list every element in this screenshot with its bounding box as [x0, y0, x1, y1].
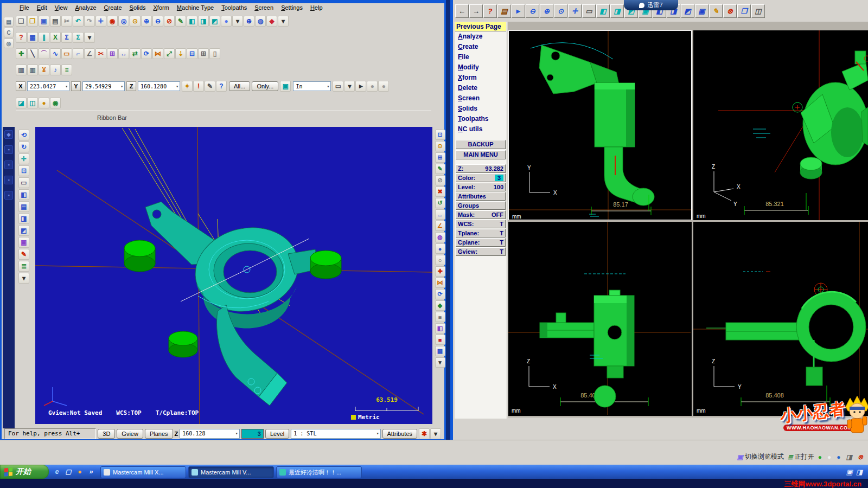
menu-item[interactable]: Toolpaths	[218, 4, 251, 13]
levels-icon[interactable]: ⊟	[187, 48, 197, 59]
analyze-distance-icon[interactable]: ↔	[435, 209, 445, 220]
menu-item[interactable]: File	[16, 4, 33, 13]
volume-icon[interactable]: ◨	[846, 453, 854, 461]
shading-caret-icon[interactable]: ▾	[232, 16, 243, 27]
shading-icon[interactable]: ●	[221, 16, 232, 27]
level-combo[interactable]: 1 : STL▾	[291, 429, 380, 439]
v9-menu-item[interactable]: File	[455, 52, 506, 62]
zoom-selected-icon[interactable]: ⊙	[435, 141, 445, 151]
shade-on-icon[interactable]: ●	[435, 243, 445, 254]
zoom-out-icon[interactable]: ⊖	[526, 4, 539, 18]
show-desktop-icon[interactable]: ▢	[63, 467, 73, 477]
create-spline-icon[interactable]: ∿	[50, 48, 61, 59]
select-box-icon[interactable]: ▭	[582, 4, 596, 18]
main-menu-button[interactable]: MAIN MENU	[456, 150, 506, 159]
menu-item[interactable]: Help	[307, 4, 327, 13]
v9-menu-item[interactable]: Create	[455, 42, 506, 52]
blank-entity-icon[interactable]: ⊘	[435, 175, 445, 185]
sigma-icon[interactable]: Σ	[61, 32, 72, 43]
control-def-icon[interactable]: ▥	[27, 65, 38, 75]
v9-status-item[interactable]: Color: 3	[456, 174, 506, 182]
v9-menu-item[interactable]: Toolpaths	[455, 114, 506, 124]
menu-item[interactable]: Machine Type	[173, 4, 218, 13]
delete-icon[interactable]: ⊗	[723, 4, 737, 18]
world-icon[interactable]: ⊕	[244, 16, 254, 27]
delete-entity-icon[interactable]: ✖	[435, 187, 445, 197]
gview-button[interactable]: Gview	[117, 429, 143, 439]
start-button[interactable]: 开始	[0, 465, 49, 479]
in-select-dropdown[interactable]: In▾	[293, 81, 331, 91]
ok-icon[interactable]: ◉	[50, 98, 61, 108]
menu-item[interactable]: Edit	[33, 4, 51, 13]
menu-item[interactable]: Create	[100, 4, 126, 13]
v9-status-item[interactable]: Attributes	[456, 192, 506, 201]
menu-item[interactable]: Solids	[126, 4, 150, 13]
create-line-icon[interactable]: ╲	[27, 48, 38, 59]
dock-side-icon[interactable]: ◆	[4, 130, 13, 139]
analyze-area-icon[interactable]: ◍	[435, 232, 445, 242]
player-icon[interactable]: ●	[75, 467, 85, 477]
zoom-window-icon[interactable]: ◎	[118, 16, 129, 27]
dock-disc-icon[interactable]: ◎	[4, 38, 14, 48]
z-depth-combo[interactable]: 160.128▾	[180, 429, 239, 439]
help-icon[interactable]: ?	[16, 32, 27, 43]
task-mastercam-v[interactable]: Mastercam Mill V...	[188, 466, 274, 478]
dock-side-icon[interactable]: ▪	[4, 160, 13, 169]
gview-top-icon[interactable]: ◧	[596, 4, 610, 18]
taskbar-desktop-icon[interactable]: ◨	[856, 468, 863, 476]
v9-status-item[interactable]: Gview: T	[456, 247, 506, 256]
world-sphere-icon[interactable]: ●	[39, 98, 49, 108]
menu-item[interactable]: Settings	[277, 4, 307, 13]
undelete-icon[interactable]: ↺	[435, 198, 445, 208]
note-icon[interactable]: ▯	[209, 48, 220, 59]
views-caret-icon[interactable]: ▾	[18, 273, 29, 284]
dock-side-icon[interactable]: ▪	[4, 191, 13, 200]
levels-list-icon[interactable]: ≣	[18, 261, 29, 272]
window-select-icon[interactable]: ▭	[333, 81, 343, 92]
v9-status-item[interactable]: Z: 93.282	[456, 164, 506, 173]
ie-open-icon[interactable]: ≣ 正打开	[788, 452, 814, 461]
window-select-caret-icon[interactable]: ▾	[344, 81, 355, 92]
previous-page-button[interactable]: Previous Page	[455, 22, 506, 31]
v9-status-item[interactable]: WCS: T	[456, 220, 506, 228]
mru-caret-icon[interactable]: ▾	[430, 428, 441, 439]
list-icon[interactable]: ≡	[61, 65, 72, 75]
sort-icon[interactable]: ⇣	[175, 48, 186, 59]
forward-arrow-icon[interactable]: →	[469, 4, 483, 18]
select-all-circle-icon[interactable]: ●	[367, 81, 378, 92]
side-view-icon[interactable]: ◨	[18, 213, 29, 224]
grid-icon[interactable]: ▦	[27, 32, 38, 43]
v9-menu-item[interactable]: Analyze	[455, 31, 506, 42]
v9-status-item[interactable]: Level: 100	[456, 183, 506, 191]
more-icon[interactable]: »	[86, 467, 96, 477]
toggle-icon[interactable]: ◆	[266, 16, 277, 27]
repaint-screen-icon[interactable]: ✎	[435, 164, 445, 174]
redraw-icon[interactable]: ✎	[18, 249, 29, 260]
backup-button[interactable]: BACKUP	[456, 140, 506, 149]
task-mastercam-x[interactable]: Mastercam Mill X...	[100, 466, 186, 478]
rotate-entity-icon[interactable]: ⟳	[435, 289, 445, 299]
undo-icon[interactable]: ↶	[73, 16, 84, 27]
fastpoint-icon[interactable]: ✦	[182, 81, 193, 92]
y-caret-icon[interactable]: ▾	[120, 84, 123, 89]
open-file-icon[interactable]: ❐	[27, 16, 38, 27]
sphere-icon[interactable]: ◍	[255, 16, 266, 27]
save-icon[interactable]: ▣	[39, 16, 49, 27]
v9-menu-item[interactable]: Modify	[455, 62, 506, 73]
v9-menu-item[interactable]: Screen	[455, 93, 506, 104]
create-rect-icon[interactable]: ▭	[61, 48, 72, 59]
wcs-cube-icon[interactable]: ◩	[209, 16, 220, 27]
create-chamfer-icon[interactable]: ∠	[84, 48, 95, 59]
task-chat[interactable]: 最近好冷清啊！！...	[276, 466, 362, 478]
screen-config-icon[interactable]: ❐	[737, 4, 751, 18]
status-dot-blue-icon[interactable]: ●	[837, 453, 842, 461]
analyze-angle-icon[interactable]: ∠	[435, 221, 445, 231]
z-coordinate-input[interactable]: 160.1280▾	[138, 81, 180, 91]
color-swatch-icon[interactable]: ■	[435, 335, 445, 345]
music-icon[interactable]: ♪	[50, 65, 61, 75]
select-cube-icon[interactable]: ▣	[280, 81, 291, 92]
select-none-circle-icon[interactable]: ●	[378, 81, 389, 92]
cplane-iso-icon[interactable]: ▣	[695, 4, 709, 18]
cut-icon[interactable]: ✂	[61, 16, 72, 27]
cplane-cube-icon[interactable]: ◨	[198, 16, 209, 27]
